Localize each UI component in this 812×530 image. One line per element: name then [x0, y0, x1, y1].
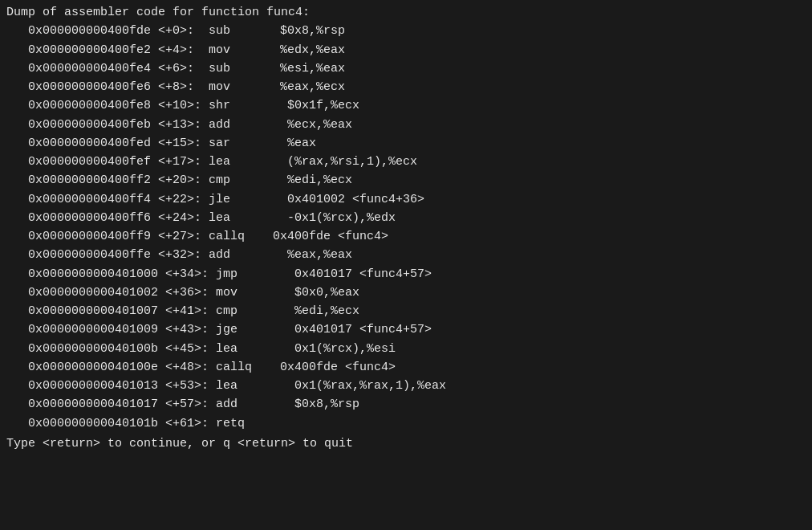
instruction: lea — [209, 377, 273, 395]
operand: %eax — [266, 134, 316, 153]
operand — [273, 414, 287, 433]
table-row: 0x000000000400ff2 <+20>: cmp %edi,%ecx — [6, 171, 806, 190]
operand: -0x1(%rcx),%edx — [266, 209, 396, 227]
address: 0x0000000000401002 <+36>: — [6, 283, 209, 302]
table-row: 0x000000000400fde <+0>: sub $0x8,%rsp — [6, 22, 806, 40]
instruction: add — [201, 246, 266, 264]
instruction: add — [209, 395, 273, 414]
table-row: 0x000000000040100b <+45>: lea 0x1(%rcx),… — [6, 340, 806, 358]
address: 0x000000000400fed <+15>: — [6, 134, 201, 153]
table-row: 0x0000000000401017 <+57>: add $0x8,%rsp — [6, 395, 806, 414]
instruction: sub — [194, 22, 258, 40]
operand: 0x1(%rcx),%esi — [273, 340, 396, 358]
address: 0x000000000400fe8 <+10>: — [6, 96, 201, 115]
operand: $0x8,%rsp — [273, 395, 359, 414]
operand: 0x401002 <func4+36> — [266, 190, 424, 209]
instruction: cmp — [201, 171, 266, 190]
instruction: shr — [201, 96, 266, 115]
table-row: 0x0000000000401007 <+41>: cmp %edi,%ecx — [6, 302, 806, 320]
table-row: 0x000000000400fe4 <+6>: sub %esi,%eax — [6, 59, 806, 78]
address: 0x000000000040100e <+48>: — [6, 358, 209, 377]
operand: 0x1(%rax,%rax,1),%eax — [273, 377, 446, 395]
address: 0x0000000000401007 <+41>: — [6, 302, 209, 320]
instruction: cmp — [209, 302, 273, 320]
table-row: 0x000000000400fed <+15>: sar %eax — [6, 134, 806, 153]
address: 0x000000000400ff6 <+24>: — [6, 209, 201, 227]
address: 0x000000000400feb <+13>: — [6, 116, 201, 134]
operand: %edx,%eax — [258, 41, 345, 59]
table-row: 0x000000000400ff9 <+27>: callq 0x400fde … — [6, 227, 806, 246]
instruction: sar — [201, 134, 266, 153]
address: 0x0000000000401000 <+34>: — [6, 265, 209, 283]
table-row: 0x000000000400ff6 <+24>: lea -0x1(%rcx),… — [6, 209, 806, 227]
address: 0x000000000400ffe <+32>: — [6, 246, 201, 264]
operand: %esi,%eax — [258, 59, 345, 78]
operand: (%rax,%rsi,1),%ecx — [266, 153, 417, 171]
instruction: add — [201, 116, 266, 134]
table-row: 0x000000000400fe8 <+10>: shr $0x1f,%ecx — [6, 96, 806, 115]
instruction: lea — [201, 153, 266, 171]
table-row: 0x000000000400fef <+17>: lea (%rax,%rsi,… — [6, 153, 806, 171]
table-row: 0x0000000000401013 <+53>: lea 0x1(%rax,%… — [6, 377, 806, 395]
instruction: mov — [194, 41, 258, 59]
address: 0x0000000000401017 <+57>: — [6, 395, 209, 414]
table-row: 0x000000000400ff4 <+22>: jle 0x401002 <f… — [6, 190, 806, 209]
address: 0x000000000400fe2 <+4>: — [6, 41, 194, 59]
instruction: mov — [194, 78, 258, 96]
operand: 0x400fde <func4> — [266, 227, 388, 246]
table-row: 0x000000000400ffe <+32>: add %eax,%eax — [6, 246, 806, 264]
address: 0x000000000400ff4 <+22>: — [6, 190, 201, 209]
address: 0x000000000400fe6 <+8>: — [6, 78, 194, 96]
operand: %eax,%eax — [266, 246, 352, 264]
operand: $0x1f,%ecx — [266, 96, 359, 115]
instruction: lea — [201, 209, 266, 227]
table-row: 0x000000000400feb <+13>: add %ecx,%eax — [6, 116, 806, 134]
operand: 0x401017 <func4+57> — [273, 265, 432, 283]
operand: %edi,%ecx — [266, 171, 352, 190]
address: 0x000000000400fef <+17>: — [6, 153, 201, 171]
operand: %ecx,%eax — [266, 116, 352, 134]
instruction: jle — [201, 190, 266, 209]
operand: $0x8,%rsp — [258, 22, 345, 40]
address: 0x000000000040101b <+61>: — [6, 414, 209, 433]
operand: 0x400fde <func4> — [273, 358, 396, 377]
instruction: sub — [194, 59, 258, 78]
operand: $0x0,%eax — [273, 283, 359, 302]
instruction: callq — [201, 227, 266, 246]
address: 0x000000000400fe4 <+6>: — [6, 59, 194, 78]
continue-hint: Type <return> to continue, or q <return>… — [6, 434, 806, 453]
instruction: lea — [209, 340, 273, 358]
table-row: 0x0000000000401002 <+36>: mov $0x0,%eax — [6, 283, 806, 302]
address: 0x0000000000401013 <+53>: — [6, 377, 209, 395]
table-row: 0x000000000400fe2 <+4>: mov %edx,%eax — [6, 41, 806, 59]
table-row: 0x000000000040100e <+48>: callq 0x400fde… — [6, 358, 806, 377]
code-listing: 0x000000000400fde <+0>: sub $0x8,%rsp 0x… — [6, 22, 806, 433]
instruction: retq — [209, 414, 273, 433]
operand: 0x401017 <func4+57> — [273, 320, 432, 339]
address: 0x000000000400ff9 <+27>: — [6, 227, 201, 246]
address: 0x000000000400ff2 <+20>: — [6, 171, 201, 190]
address: 0x000000000040100b <+45>: — [6, 340, 209, 358]
terminal-window: Dump of assembler code for function func… — [0, 0, 812, 530]
address: 0x0000000000401009 <+43>: — [6, 320, 209, 339]
table-row: 0x0000000000401000 <+34>: jmp 0x401017 <… — [6, 265, 806, 283]
address: 0x000000000400fde <+0>: — [6, 22, 194, 40]
instruction: callq — [209, 358, 273, 377]
table-row: 0x0000000000401009 <+43>: jge 0x401017 <… — [6, 320, 806, 339]
table-row: 0x000000000040101b <+61>: retq — [6, 414, 806, 433]
instruction: jmp — [209, 265, 273, 283]
instruction: jge — [209, 320, 273, 339]
table-row: 0x000000000400fe6 <+8>: mov %eax,%ecx — [6, 78, 806, 96]
instruction: mov — [209, 283, 273, 302]
operand: %edi,%ecx — [273, 302, 359, 320]
disasm-header: Dump of assembler code for function func… — [6, 3, 806, 22]
operand: %eax,%ecx — [258, 78, 345, 96]
